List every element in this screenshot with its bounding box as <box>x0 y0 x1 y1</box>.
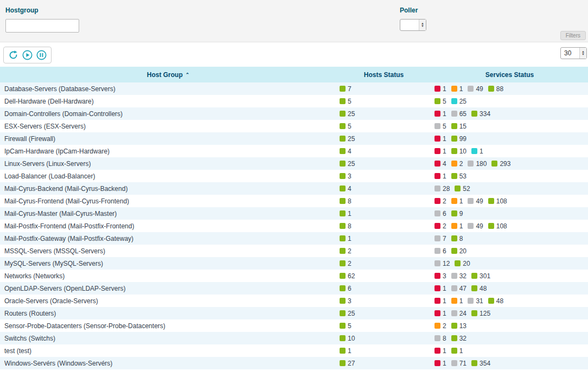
green-status-icon <box>340 98 346 104</box>
poller-select[interactable]: ▲▼ <box>400 19 426 31</box>
hostgroup-name[interactable]: Networks (Networks) <box>0 270 336 282</box>
hostgroup-filter-input[interactable] <box>5 19 79 33</box>
green-status-icon <box>340 173 346 179</box>
status-count: 8 <box>459 235 463 242</box>
hostgroup-name[interactable]: Database-Servers (Database-Servers) <box>0 82 336 95</box>
hostgroup-name[interactable]: Dell-Hardware (Dell-Hardware) <box>0 95 336 107</box>
gray-status-icon <box>468 198 474 204</box>
poller-select-value <box>400 20 419 30</box>
table-row: Switchs (Switchs) 10 832 <box>0 332 588 344</box>
status-badge: 2 <box>340 260 351 267</box>
hostgroup-name[interactable]: Load-Balancer (Load-Balancer) <box>0 170 336 182</box>
status-badge: 88 <box>488 85 503 93</box>
hostgroup-name[interactable]: Routers (Routers) <box>0 307 336 319</box>
green-status-icon <box>434 98 440 104</box>
status-badge: 7 <box>340 85 351 93</box>
hostgroup-name[interactable]: OpenLDAP-Servers (OpenLDAP-Servers) <box>0 282 336 295</box>
table-row: Oracle-Servers (Oracle-Servers) 3 113148 <box>0 295 588 307</box>
hostgroup-name[interactable]: Firewall (Firewall) <box>0 132 336 145</box>
column-header-services-status[interactable]: Services Status <box>431 67 588 82</box>
green-status-icon <box>340 186 346 191</box>
status-count: 1 <box>459 347 463 355</box>
hostgroup-name[interactable]: Sensor-Probe-Datacenters (Sensor-Probe-D… <box>0 319 336 332</box>
status-count: 7 <box>348 85 351 93</box>
status-count: 3 <box>443 272 446 280</box>
green-status-icon <box>340 273 346 279</box>
hosts-status-cell: 7 <box>336 82 431 95</box>
column-header-host-group[interactable]: Host Group⌃ <box>0 67 336 82</box>
table-row: ESX-Servers (ESX-Servers) 5 515 <box>0 120 588 132</box>
page-size-select[interactable]: 30 ▲▼ <box>560 47 587 59</box>
hostgroup-name[interactable]: ESX-Servers (ESX-Servers) <box>0 120 336 132</box>
status-count: 47 <box>459 285 466 292</box>
status-count: 24 <box>459 310 466 317</box>
hostgroup-name[interactable]: MSSQL-Servers (MSSQL-Servers) <box>0 245 336 257</box>
hosts-status-cell: 8 <box>336 195 431 207</box>
status-badge: 334 <box>471 110 490 118</box>
green-status-icon <box>340 310 346 316</box>
hostgroup-name[interactable]: IpCam-Hardware (IpCam-Hardware) <box>0 145 336 157</box>
hostgroup-name[interactable]: Oracle-Servers (Oracle-Servers) <box>0 295 336 307</box>
hostgroup-name[interactable]: Mail-Cyrus-Frontend (Mail-Cyrus-Frontend… <box>0 195 336 207</box>
status-badge: 24 <box>451 310 466 317</box>
status-badge: 1 <box>451 197 463 205</box>
hosts-status-cell: 10 <box>336 332 431 344</box>
hostgroup-name[interactable]: Mail-Cyrus-Master (Mail-Cyrus-Master) <box>0 207 336 220</box>
services-status-cell: 113148 <box>431 295 588 307</box>
status-badge: 8 <box>451 235 463 242</box>
poller-filter-label: Poller <box>400 7 426 14</box>
column-header-hosts-status[interactable]: Hosts Status <box>336 67 431 82</box>
status-count: 1 <box>459 85 463 93</box>
table-row: Load-Balancer (Load-Balancer) 3 153 <box>0 170 588 182</box>
status-count: 1 <box>459 197 463 205</box>
hostgroup-name[interactable]: Linux-Servers (Linux-Servers) <box>0 157 336 170</box>
status-badge: 5 <box>340 322 351 330</box>
services-status-cell: 42180293 <box>431 157 588 170</box>
status-badge: 4 <box>434 160 446 168</box>
pause-icon[interactable] <box>36 50 47 60</box>
filter-panel: Hostgroup Poller ▲▼ Filters <box>0 0 588 42</box>
filters-tab[interactable]: Filters <box>560 31 586 40</box>
hostgroup-filter-group: Hostgroup <box>5 7 79 33</box>
services-status-cell: 525 <box>431 95 588 107</box>
gray-status-icon <box>468 161 474 167</box>
hostgroup-name[interactable]: Mail-Postfix-Gateway (Mail-Postfix-Gatew… <box>0 232 336 245</box>
status-count: 52 <box>463 185 470 193</box>
status-badge: 3 <box>340 297 351 305</box>
hostgroup-name[interactable]: test (test) <box>0 344 336 357</box>
hosts-status-cell: 5 <box>336 95 431 107</box>
refresh-icon[interactable] <box>8 50 18 60</box>
status-badge: 2 <box>340 247 351 255</box>
hostgroup-name[interactable]: Windows-Servérs (Windows-Servérs) <box>0 357 336 369</box>
hosts-status-cell: 25 <box>336 132 431 145</box>
status-badge: 20 <box>455 260 470 267</box>
status-badge: 108 <box>488 222 507 230</box>
green-status-icon <box>340 198 346 204</box>
status-count: 1 <box>443 135 446 143</box>
hostgroup-name[interactable]: Mail-Postfix-Frontend (Mail-Postfix-Fron… <box>0 220 336 232</box>
hostgroup-name[interactable]: Switchs (Switchs) <box>0 332 336 344</box>
status-badge: 10 <box>451 148 466 155</box>
play-icon[interactable] <box>22 50 33 60</box>
status-badge: 301 <box>471 272 490 280</box>
hostgroup-name[interactable]: Domain-Controllers (Domain-Controllers) <box>0 107 336 120</box>
status-count: 31 <box>476 297 483 305</box>
hosts-status-cell: 5 <box>336 319 431 332</box>
services-status-cell: 2149108 <box>431 195 588 207</box>
hosts-status-cell: 1 <box>336 344 431 357</box>
table-row: Mail-Postfix-Frontend (Mail-Postfix-Fron… <box>0 220 588 232</box>
status-count: 5 <box>348 98 351 105</box>
hostgroup-name[interactable]: MySQL-Servers (MySQL-Servers) <box>0 257 336 270</box>
hosts-status-cell: 2 <box>336 257 431 270</box>
green-status-icon <box>340 136 346 142</box>
red-status-icon <box>434 348 440 354</box>
status-badge: 1 <box>340 235 351 242</box>
services-status-cell: 620 <box>431 245 588 257</box>
status-badge: 71 <box>451 360 466 367</box>
services-status-cell: 515 <box>431 120 588 132</box>
status-badge: 48 <box>488 297 503 305</box>
hostgroup-name[interactable]: Mail-Cyrus-Backend (Mail-Cyrus-Backend) <box>0 182 336 195</box>
status-badge: 65 <box>451 110 466 118</box>
services-status-cell: 213 <box>431 319 588 332</box>
green-status-icon <box>451 235 457 241</box>
